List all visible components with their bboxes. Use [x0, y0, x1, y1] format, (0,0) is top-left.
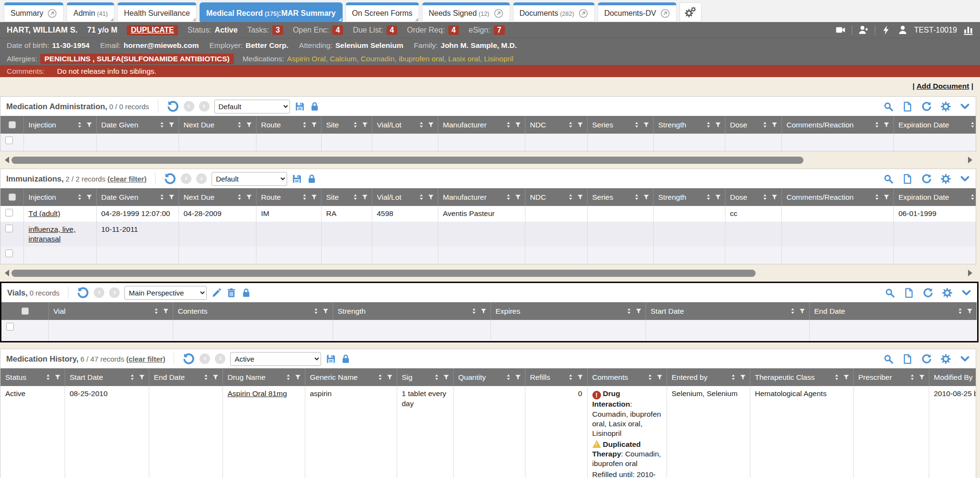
row-checkbox[interactable]: [6, 323, 14, 330]
sort-icon[interactable]: [352, 193, 358, 201]
scroll-right-icon[interactable]: [968, 157, 972, 163]
column-header-entered-by[interactable]: Entered by: [667, 368, 750, 386]
popout-icon[interactable]: [494, 9, 503, 18]
filter-icon[interactable]: [771, 193, 778, 201]
scroll-thumb[interactable]: [11, 270, 756, 277]
column-header-end-date[interactable]: End Date: [149, 368, 223, 386]
column-header-route[interactable]: Route: [256, 116, 321, 134]
sort-icon[interactable]: [301, 121, 308, 128]
order-req-count-badge[interactable]: 4: [448, 25, 459, 35]
refresh-icon[interactable]: [922, 354, 932, 364]
column-header-prescriber[interactable]: Prescriber: [853, 368, 929, 386]
sort-icon[interactable]: [634, 121, 640, 128]
column-header-dose[interactable]: Dose: [725, 188, 781, 206]
filter-icon[interactable]: [577, 193, 583, 201]
scroll-thumb[interactable]: [11, 157, 803, 164]
popout-icon[interactable]: [579, 9, 588, 18]
filter-icon[interactable]: [843, 374, 849, 381]
next-page-icon[interactable]: ›: [109, 287, 120, 298]
open-enc-count-badge[interactable]: 4: [332, 25, 343, 35]
column-header-date-given[interactable]: Date Given: [96, 116, 178, 134]
filter-icon[interactable]: [86, 121, 92, 128]
column-header-expiration-date[interactable]: Expiration Date: [893, 188, 976, 206]
popout-icon[interactable]: [47, 9, 57, 18]
search-icon[interactable]: [883, 174, 893, 184]
filter-icon[interactable]: [635, 307, 642, 315]
column-header-strength[interactable]: Strength: [653, 116, 725, 134]
undo-icon[interactable]: [77, 287, 89, 299]
scroll-left-icon[interactable]: [5, 270, 9, 276]
tab-admin[interactable]: Admin(41): [67, 2, 114, 22]
next-page-icon[interactable]: ›: [196, 173, 207, 184]
add-person-icon[interactable]: [858, 25, 869, 35]
filter-icon[interactable]: [246, 121, 252, 128]
sort-icon[interactable]: [434, 374, 440, 381]
sort-icon[interactable]: [626, 307, 632, 315]
column-header-strength[interactable]: Strength: [333, 302, 490, 320]
lock-icon[interactable]: [341, 354, 351, 364]
column-header-start-date[interactable]: Start Date: [646, 302, 809, 320]
sort-icon[interactable]: [77, 193, 83, 201]
column-header-contents[interactable]: Contents: [173, 302, 333, 320]
column-header-status[interactable]: Status: [0, 368, 65, 386]
collapse-icon[interactable]: [960, 354, 970, 364]
tab-on-screen-forms[interactable]: On Screen Forms: [345, 2, 419, 22]
row-checkbox[interactable]: [5, 250, 13, 257]
sort-icon[interactable]: [762, 193, 768, 201]
sort-icon[interactable]: [505, 193, 512, 201]
sort-icon[interactable]: [505, 374, 512, 381]
column-header-expires[interactable]: Expires: [490, 302, 646, 320]
sort-icon[interactable]: [874, 193, 880, 201]
prev-page-icon[interactable]: ‹: [184, 101, 194, 112]
save-icon[interactable]: [292, 174, 302, 184]
tasks-count-badge[interactable]: 3: [272, 25, 283, 35]
filter-icon[interactable]: [657, 374, 663, 381]
sort-icon[interactable]: [471, 307, 477, 315]
tab-documents-dv[interactable]: Documents-DV: [598, 2, 677, 22]
esign-count-badge[interactable]: 7: [494, 25, 505, 35]
due-list-count-badge[interactable]: 4: [387, 25, 398, 35]
column-header-manufacturer[interactable]: Manufacturer: [438, 116, 525, 134]
filter-icon[interactable]: [577, 374, 583, 381]
sort-icon[interactable]: [834, 374, 840, 381]
column-header-ndc[interactable]: NDC: [525, 188, 587, 206]
sort-icon[interactable]: [705, 193, 712, 201]
sort-icon[interactable]: [762, 121, 768, 128]
sort-icon[interactable]: [730, 374, 736, 381]
sort-icon[interactable]: [77, 121, 83, 128]
sort-icon[interactable]: [129, 374, 135, 381]
perspective-select[interactable]: Default: [214, 100, 290, 114]
sort-icon[interactable]: [153, 307, 159, 315]
filter-icon[interactable]: [295, 374, 301, 381]
column-header-next-due[interactable]: Next Due: [178, 116, 256, 134]
sort-icon[interactable]: [969, 193, 976, 201]
filter-icon[interactable]: [715, 121, 721, 128]
allergies-chip[interactable]: PENICILLINS , SULFA(SULFONAMIDE ANTIBIOT…: [40, 54, 234, 64]
new-document-icon[interactable]: [902, 354, 913, 364]
filter-icon[interactable]: [168, 121, 175, 128]
column-header-end-date[interactable]: End Date: [809, 302, 977, 320]
filter-icon[interactable]: [919, 374, 925, 381]
sort-icon[interactable]: [301, 193, 308, 201]
lock-icon[interactable]: [310, 102, 320, 112]
bolt-icon[interactable]: [881, 25, 891, 35]
column-header-modified-by[interactable]: Modified By: [929, 368, 976, 386]
refresh-icon[interactable]: [922, 102, 932, 112]
filter-icon[interactable]: [139, 374, 145, 381]
column-header-injection[interactable]: Injection: [23, 188, 96, 206]
new-document-icon[interactable]: [902, 174, 913, 184]
select-all-checkbox[interactable]: [9, 193, 16, 201]
row-checkbox[interactable]: [5, 137, 13, 144]
filter-icon[interactable]: [643, 193, 649, 201]
sort-icon[interactable]: [568, 121, 574, 128]
filter-icon[interactable]: [577, 121, 583, 128]
column-header-vial[interactable]: Vial: [48, 302, 173, 320]
column-header-next-due[interactable]: Next Due: [178, 188, 256, 206]
sort-icon[interactable]: [505, 121, 512, 128]
filter-icon[interactable]: [715, 193, 721, 201]
row-checkbox[interactable]: [5, 209, 13, 216]
new-document-icon[interactable]: [902, 102, 913, 112]
refresh-icon[interactable]: [922, 174, 932, 184]
sort-icon[interactable]: [874, 121, 880, 128]
sort-icon[interactable]: [418, 121, 424, 128]
